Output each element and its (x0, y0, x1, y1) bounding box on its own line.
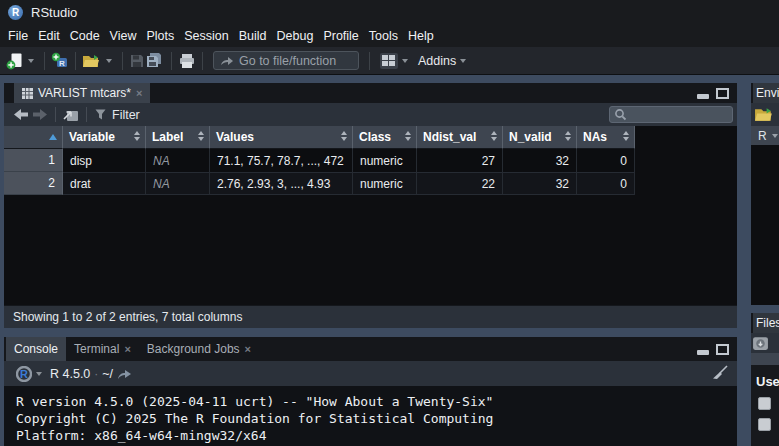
column-header-label[interactable]: Label (146, 126, 210, 149)
cell-nas: 0 (577, 149, 635, 172)
environment-panel: Environment R (751, 83, 779, 305)
menu-view[interactable]: View (105, 29, 142, 43)
tab-files[interactable]: Files (753, 313, 779, 333)
column-header-variable[interactable]: Variable (63, 126, 146, 149)
open-file-dropdown-icon[interactable] (106, 59, 112, 63)
tab-terminal[interactable]: Terminal× (66, 337, 139, 361)
console-line: Platform: x86_64-w64-mingw32/x64 (16, 427, 737, 444)
console-line: R version 4.5.0 (2025-04-11 ucrt) -- "Ho… (16, 393, 737, 410)
r-version-dropdown-icon[interactable] (36, 372, 42, 376)
menu-file[interactable]: File (3, 29, 33, 43)
main-toolbar: R Go to file/function Addins (0, 47, 779, 75)
sort-icon (341, 131, 347, 141)
cell-ndist-val: 27 (417, 149, 503, 172)
cell-nas: 0 (577, 172, 635, 195)
addins-dropdown-icon[interactable] (460, 59, 466, 63)
cell-label: NA (146, 172, 210, 195)
tab-varlist-mtcars[interactable]: VARLIST mtcars* × (14, 83, 150, 103)
svg-text:R: R (20, 368, 28, 380)
console-output[interactable]: R version 4.5.0 (2025-04-11 ucrt) -- "Ho… (4, 386, 737, 446)
column-header-values[interactable]: Values (210, 126, 353, 149)
files-tab-bar: Files (751, 313, 779, 333)
menu-edit[interactable]: Edit (33, 29, 65, 43)
viewer-toolbar: Filter (4, 103, 737, 126)
open-file-icon[interactable] (82, 53, 102, 69)
panes-dropdown-icon[interactable] (402, 59, 408, 63)
rstudio-logo-icon: R (8, 5, 23, 20)
menu-profile[interactable]: Profile (318, 29, 363, 43)
panes-layout-icon[interactable] (380, 53, 398, 69)
cell-values: 2.76, 2.93, 3, ..., 4.93 (210, 172, 353, 195)
save-icon[interactable] (129, 53, 145, 69)
maximize-icon[interactable] (716, 88, 729, 99)
svg-text:R: R (59, 58, 65, 67)
maximize-icon[interactable] (716, 344, 729, 355)
files-list-header (751, 353, 779, 365)
menu-session[interactable]: Session (179, 29, 233, 43)
save-all-icon[interactable] (145, 52, 165, 69)
viewer-search-input[interactable] (609, 106, 733, 123)
new-project-icon[interactable]: R (51, 52, 69, 70)
close-tab-icon[interactable]: × (136, 87, 142, 99)
variables-table: Variable Label Values Class Ndist_val N_… (4, 126, 737, 195)
menu-build[interactable]: Build (234, 29, 272, 43)
environment-tab-bar: Environment (751, 83, 779, 103)
sort-icon (623, 131, 629, 141)
sort-ascending-icon (49, 134, 57, 140)
menu-code[interactable]: Code (65, 29, 105, 43)
minimize-icon[interactable] (697, 350, 709, 355)
column-header-nas[interactable]: NAs (577, 126, 635, 149)
window-title: RStudio (31, 5, 77, 20)
menu-debug[interactable]: Debug (272, 29, 319, 43)
title-bar: R RStudio (0, 0, 779, 24)
cell-label: NA (146, 149, 210, 172)
tab-environment[interactable]: Environment (753, 83, 779, 103)
column-header-class[interactable]: Class (353, 126, 417, 149)
close-tab-icon[interactable]: × (245, 343, 251, 355)
goto-arrow-icon (219, 55, 235, 67)
files-toolbar (751, 333, 779, 353)
filter-button[interactable]: Filter (112, 108, 140, 122)
open-new-window-icon[interactable] (63, 108, 79, 122)
load-workspace-icon[interactable] (754, 106, 775, 123)
filter-icon[interactable] (94, 108, 107, 121)
viewer-tab-label: VARLIST mtcars* (38, 86, 131, 100)
close-tab-icon[interactable]: × (124, 343, 130, 355)
new-folder-icon[interactable] (752, 335, 769, 352)
goto-directory-icon[interactable] (117, 368, 132, 380)
goto-file-placeholder: Go to file/function (239, 54, 336, 68)
sort-icon (491, 131, 497, 141)
menu-plots[interactable]: Plots (141, 29, 179, 43)
cell-variable: drat (63, 172, 146, 195)
cell-n-valid: 32 (503, 149, 577, 172)
search-icon (614, 108, 627, 121)
print-icon[interactable] (178, 53, 196, 69)
back-icon[interactable] (13, 108, 29, 121)
r-version-label: R 4.5.0 (50, 367, 90, 381)
menu-help[interactable]: Help (403, 29, 439, 43)
forward-icon[interactable] (32, 108, 48, 121)
file-checkbox[interactable] (758, 397, 771, 410)
column-header-n-valid[interactable]: N_valid (503, 126, 577, 149)
console-toolbar: R R 4.5.0 · ~/ (4, 361, 737, 386)
viewer-tab-bar: VARLIST mtcars* × (4, 83, 737, 103)
new-file-dropdown-icon[interactable] (28, 59, 34, 63)
environment-language-selector[interactable]: R (751, 126, 779, 145)
addins-button[interactable]: Addins (418, 54, 456, 68)
sort-icon (198, 131, 204, 141)
column-header-rownum[interactable] (4, 126, 63, 149)
cell-values: 71.1, 75.7, 78.7, ..., 472 (210, 149, 353, 172)
tab-background-jobs[interactable]: Background Jobs× (139, 337, 259, 361)
minimize-icon[interactable] (697, 94, 709, 99)
chevron-down-icon (772, 134, 778, 138)
menu-tools[interactable]: Tools (364, 29, 403, 43)
tab-console[interactable]: Console (6, 337, 66, 361)
row-number: 1 (4, 149, 63, 172)
column-header-ndist-val[interactable]: Ndist_val (417, 126, 503, 149)
new-file-icon[interactable] (6, 52, 24, 70)
working-directory[interactable]: ~/ (102, 367, 113, 381)
goto-file-input[interactable]: Go to file/function (213, 51, 359, 70)
clear-console-icon[interactable] (712, 365, 729, 380)
file-checkbox[interactable] (758, 418, 771, 431)
grid-icon (22, 88, 33, 99)
